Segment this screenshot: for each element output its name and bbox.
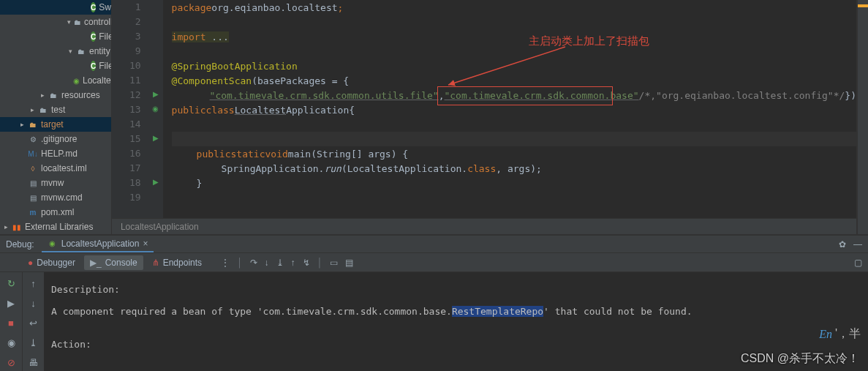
endpoints-tab[interactable]: ⋔Endpoints <box>146 255 208 270</box>
force-step-into-icon[interactable]: ⤓ <box>276 258 284 268</box>
trace-icon[interactable]: ▤ <box>345 258 353 268</box>
ime-indicator: En'，半 <box>819 326 861 342</box>
folder-icon: 🖿 <box>76 46 86 56</box>
maven-icon: m <box>28 207 38 217</box>
editor-error-stripe[interactable] <box>857 0 868 234</box>
step-into-icon[interactable]: ↓ <box>265 258 269 268</box>
rerun-icon[interactable]: ↻ <box>7 278 15 289</box>
class-icon: C <box>91 2 96 12</box>
file-icon: ◊ <box>28 163 38 173</box>
view-breakpoints-icon[interactable]: ◉ <box>7 337 15 348</box>
tree-item[interactable]: pom.xml <box>41 207 74 217</box>
print-icon[interactable]: 🖶 <box>29 357 38 368</box>
console-line: A component required a bean of type 'com… <box>51 306 861 317</box>
chevron-right-icon[interactable]: ▸ <box>3 223 9 231</box>
tree-item[interactable]: mvnw.cmd <box>41 192 83 203</box>
close-icon[interactable]: × <box>143 239 148 249</box>
tree-item[interactable]: localtest.iml <box>41 163 87 173</box>
chevron-right-icon[interactable]: ▸ <box>39 91 45 99</box>
warning-marker[interactable] <box>858 4 868 7</box>
file-icon: ⚙ <box>28 134 38 144</box>
stop-icon[interactable]: ■ <box>8 318 14 329</box>
annotation-text: 主启动类上加上了扫描包 <box>529 34 649 48</box>
tree-item[interactable]: External Libraries <box>25 222 93 232</box>
settings-icon[interactable]: ✿ <box>839 239 846 250</box>
tree-item[interactable]: SwaagerConfig <box>99 2 112 12</box>
spring-bean-gutter-icon[interactable]: ◉ <box>152 102 159 116</box>
tree-item[interactable]: mvnw <box>41 178 64 188</box>
tree-item[interactable]: entity <box>89 46 110 56</box>
debug-tool-window: Debug: ◉ LocaltestApplication × ✿ — ●Deb… <box>0 234 868 371</box>
tree-item[interactable]: .gitignore <box>41 134 77 144</box>
folder-icon: 🖿 <box>74 17 81 27</box>
spring-icon: ◉ <box>73 75 80 86</box>
step-over-icon[interactable]: ↷ <box>250 258 257 268</box>
more-icon[interactable]: ⋮ <box>221 258 230 268</box>
file-icon: M↓ <box>28 149 38 159</box>
console-icon: ▶_ <box>90 258 102 268</box>
code-area[interactable]: package org.eqianbao.localtest; import .… <box>163 0 856 218</box>
breadcrumbs-bar[interactable]: LocaltestApplication <box>112 218 856 234</box>
run-main-gutter-icon[interactable]: ▶ <box>153 175 159 190</box>
up-icon[interactable]: ↑ <box>31 278 36 289</box>
soft-wrap-icon[interactable]: ↩ <box>29 318 37 329</box>
layout-icon[interactable]: ▢ <box>854 258 862 268</box>
step-out-icon[interactable]: ↑ <box>291 258 295 268</box>
run-class-gutter-icon[interactable]: ▶ <box>153 131 159 146</box>
tree-item[interactable]: test <box>51 105 65 115</box>
line-number-gutter: 1 2 3 9 10 11 12 13 14 15 16 17 18 19 <box>112 0 148 218</box>
evaluate-icon[interactable]: ▭ <box>330 258 338 268</box>
hide-icon[interactable]: — <box>853 239 862 250</box>
watermark: CSDN @杀手不太冷！ <box>741 351 859 367</box>
tree-item[interactable]: LocaltestApplication <box>83 75 112 86</box>
console-line: Action: <box>51 339 861 350</box>
folder-icon: 🖿 <box>38 105 48 115</box>
scroll-end-icon[interactable]: ⤓ <box>29 337 37 348</box>
down-icon[interactable]: ↓ <box>31 298 36 309</box>
debug-side-toolbar: ↻ ▶ ■ ◉ ⊘ ☰ <box>0 272 22 371</box>
tree-item[interactable]: resources <box>61 90 100 100</box>
tree-item[interactable]: FileResult <box>99 61 112 71</box>
project-tree[interactable]: CSwaagerConfig ▾🖿controller CFileSystemC… <box>0 0 112 234</box>
console-side-toolbar: ↑ ↓ ↩ ⤓ 🖶 <box>22 272 44 371</box>
editor[interactable]: 1 2 3 9 10 11 12 13 14 15 16 17 18 19 ▶ … <box>112 0 857 234</box>
chevron-down-icon[interactable]: ▾ <box>67 48 73 55</box>
run-class-gutter-icon[interactable]: ▶ <box>153 87 159 102</box>
class-icon: C <box>91 61 96 71</box>
libraries-icon: ▮▮ <box>12 222 22 232</box>
main-split: CSwaagerConfig ▾🖿controller CFileSystemC… <box>0 0 868 234</box>
chevron-down-icon[interactable]: ▾ <box>67 18 71 26</box>
debugger-icon: ● <box>28 258 33 268</box>
folder-icon: 🖿 <box>48 90 59 100</box>
file-icon: ▤ <box>28 178 38 188</box>
endpoints-icon: ⋔ <box>152 258 159 268</box>
tree-item[interactable]: target <box>41 119 64 130</box>
debugger-tab[interactable]: ●Debugger <box>22 255 81 270</box>
run-config-tab[interactable]: ◉ LocaltestApplication × <box>42 236 154 252</box>
resume-icon[interactable]: ▶ <box>7 298 15 309</box>
tree-item[interactable]: HELP.md <box>41 149 78 159</box>
drop-frame-icon[interactable]: ↯ <box>303 258 310 268</box>
tree-item[interactable]: controller <box>84 17 112 27</box>
tree-item[interactable]: FileSystemController <box>99 31 112 42</box>
spring-run-icon: ◉ <box>48 239 58 249</box>
chevron-right-icon[interactable]: ▸ <box>19 121 25 128</box>
target-folder-icon: 🖿 <box>28 119 38 130</box>
console-tab[interactable]: ▶_Console <box>84 255 143 270</box>
debug-header: Debug: ◉ LocaltestApplication × ✿ — <box>0 236 868 253</box>
debug-tabs: ●Debugger ▶_Console ⋔Endpoints ⋮ │ ↷ ↓ ⤓… <box>0 253 868 272</box>
console-line: Description: <box>51 284 861 295</box>
chevron-right-icon[interactable]: ▸ <box>29 106 35 113</box>
debug-title: Debug: <box>6 239 34 250</box>
file-icon: ▤ <box>28 192 38 203</box>
mute-breakpoints-icon[interactable]: ⊘ <box>7 357 15 368</box>
class-icon: C <box>91 31 96 42</box>
